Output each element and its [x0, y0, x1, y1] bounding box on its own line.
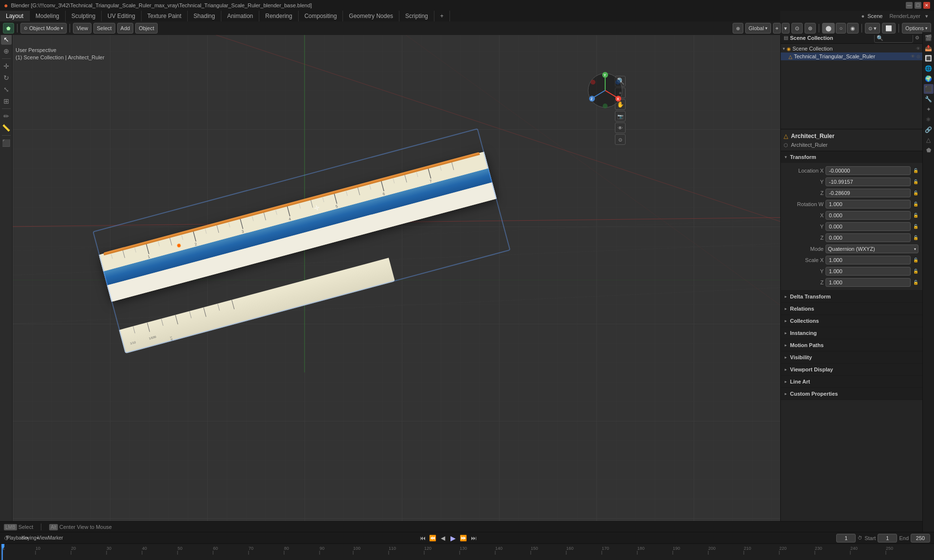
tab-layout[interactable]: Layout — [0, 11, 30, 21]
transform-tool[interactable]: ⊞ — [1, 96, 12, 106]
end-frame-display[interactable]: 250 — [911, 534, 930, 542]
rotation-z-lock[interactable]: 🔓 — [913, 235, 918, 241]
scene-collection-eye[interactable]: 👁 — [916, 46, 920, 51]
tab-uv-editing[interactable]: UV Editing — [102, 11, 142, 21]
ruler-object-item[interactable]: △ Technical_Triangular_Scale_Ruler 👁 ◎ — [781, 52, 922, 60]
rotation-z-value[interactable]: 0.000 — [826, 233, 911, 242]
transform-pivot-btn[interactable]: ⊕ — [733, 23, 743, 34]
location-z-lock[interactable]: 🔓 — [913, 190, 918, 196]
proportional-edit-btn[interactable]: ⊙ — [791, 23, 803, 34]
snap-toggle-btn[interactable]: ⌖ — [773, 23, 781, 34]
delta-transform-header[interactable]: Delta Transform — [781, 291, 922, 302]
scale-tool[interactable]: ⤡ — [1, 84, 12, 95]
rotation-x-value[interactable]: 0.000 — [826, 211, 911, 220]
viewport-display-header[interactable]: Viewport Display — [781, 364, 922, 375]
visibility-header[interactable]: Visibility — [781, 351, 922, 363]
add-cube-tool[interactable]: ⬛ — [1, 138, 12, 148]
xray-btn[interactable]: ⬜ — [882, 23, 896, 34]
scale-z-value[interactable]: 1.000 — [826, 278, 911, 287]
tab-modeling[interactable]: Modeling — [30, 11, 66, 21]
maximize-button[interactable]: ☐ — [915, 2, 921, 9]
show-gizmo-btn[interactable]: ⊛ — [805, 23, 816, 34]
select-menu-btn[interactable]: Select — [93, 23, 115, 34]
transform-orientation-btn[interactable]: Global ▾ — [745, 23, 772, 34]
tab-geometry-nodes[interactable]: Geometry Nodes — [343, 11, 399, 21]
scale-y-value[interactable]: 1.000 — [826, 267, 911, 276]
scale-x-lock[interactable]: 🔓 — [913, 257, 918, 263]
mode-dropdown-btn[interactable]: ⊙ Object Mode ▾ — [20, 23, 67, 34]
outliner-filter-icon[interactable]: ⚙ — [915, 35, 919, 40]
ruler-object-render[interactable]: ◎ — [916, 54, 920, 59]
keying-btn[interactable]: Keying ▾ — [26, 534, 35, 542]
playback-menu-btn[interactable]: Playback ▾ — [13, 534, 22, 542]
scene-collection-item[interactable]: ▾ ◉ Scene Collection 👁 — [781, 45, 922, 52]
props-world-btn[interactable]: 🌍 — [924, 74, 934, 84]
vp-tool-6[interactable]: ⊙ — [615, 134, 626, 145]
tab-animation[interactable]: Animation — [221, 11, 259, 21]
tab-scripting[interactable]: Scripting — [399, 11, 434, 21]
rotation-y-value[interactable]: 0.000 — [826, 222, 911, 231]
viewport[interactable]: 1 2 3 4 5 6 7 — [13, 32, 780, 532]
tab-sculpting[interactable]: Sculpting — [66, 11, 102, 21]
location-y-value[interactable]: -10.99157 — [826, 177, 911, 186]
props-physics-btn[interactable]: ⚛ — [924, 115, 934, 124]
tab-rendering[interactable]: Rendering — [259, 11, 298, 21]
rotate-tool[interactable]: ↻ — [1, 72, 12, 83]
viewport-shading-solid[interactable]: ⬤ — [822, 23, 835, 34]
jump-start-btn[interactable]: ⏮ — [418, 534, 427, 542]
props-output-btn[interactable]: 📤 — [924, 43, 934, 53]
viewport-shading-material[interactable]: ○ — [836, 23, 846, 34]
marker-btn[interactable]: Marker — [51, 534, 60, 542]
rotation-y-lock[interactable]: 🔓 — [913, 224, 918, 229]
relations-header[interactable]: Relations — [781, 303, 922, 315]
select-info[interactable]: LMB Select — [4, 524, 33, 530]
tab-add[interactable]: + — [434, 11, 450, 21]
props-constraints-btn[interactable]: 🔗 — [924, 125, 934, 135]
viewport-shading-rendered[interactable]: ◉ — [847, 23, 859, 34]
collections-header[interactable]: Collections — [781, 315, 922, 327]
line-art-header[interactable]: Line Art — [781, 376, 922, 387]
visibility-btn[interactable]: 👁 — [615, 122, 626, 133]
jump-end-btn[interactable]: ⏭ — [469, 534, 478, 542]
props-object-btn[interactable]: ⬛ — [924, 84, 934, 94]
rotation-mode-dropdown[interactable]: Quaternion (WXYZ) ▾ — [826, 245, 918, 253]
blender-icon-btn[interactable]: ⬟ — [3, 23, 14, 34]
location-z-value[interactable]: -0.28609 — [826, 189, 911, 197]
scale-x-value[interactable]: 1.000 — [826, 256, 911, 264]
start-frame-display[interactable]: 1 — [878, 534, 897, 542]
props-scene-btn[interactable]: 🌐 — [924, 64, 934, 73]
props-particles-btn[interactable]: ✦ — [924, 105, 934, 114]
rotation-w-lock[interactable]: 🔓 — [913, 201, 918, 207]
motion-paths-header[interactable]: Motion Paths — [781, 339, 922, 351]
tab-shading[interactable]: Shading — [188, 11, 221, 21]
current-frame-display[interactable]: 1 — [836, 534, 856, 542]
snap-options-btn[interactable]: ▾ — [782, 23, 790, 34]
timeline-body[interactable]: 1 10 20 30 40 50 60 70 80 90 1 — [0, 544, 934, 560]
ruler-object-eye[interactable]: 👁 — [911, 54, 915, 59]
transform-section-header[interactable]: Transform — [781, 151, 922, 163]
scale-y-lock[interactable]: 🔓 — [913, 268, 918, 274]
overlays-btn[interactable]: ⊙ ▾ — [865, 23, 880, 34]
location-y-lock[interactable]: 🔓 — [913, 179, 918, 185]
play-btn[interactable]: ▶ — [449, 534, 458, 542]
props-data-btn[interactable]: △ — [924, 135, 934, 145]
location-x-value[interactable]: -0.00000 — [826, 166, 911, 175]
tab-texture-paint[interactable]: Texture Paint — [142, 11, 188, 21]
camera-btn[interactable]: 📷 — [615, 111, 626, 122]
location-x-lock[interactable]: 🔓 — [913, 168, 918, 174]
props-render-btn[interactable]: 🎬 — [924, 33, 934, 43]
step-fwd-btn[interactable]: ⏩ — [459, 534, 468, 542]
rotation-x-lock[interactable]: 🔓 — [913, 212, 918, 218]
props-view-layer-btn[interactable]: 🔳 — [924, 53, 934, 63]
add-menu-btn[interactable]: Add — [117, 23, 134, 34]
object-menu-btn[interactable]: Object — [135, 23, 158, 34]
annotate-tool[interactable]: ✏ — [1, 111, 12, 122]
props-material-btn[interactable]: ⬟ — [924, 145, 934, 155]
close-button[interactable]: ✕ — [923, 2, 930, 9]
custom-properties-header[interactable]: Custom Properties — [781, 388, 922, 400]
move-tool[interactable]: ✛ — [1, 61, 12, 71]
view-menu-btn[interactable]: View — [73, 23, 91, 34]
select-tool[interactable]: ↖ — [1, 34, 12, 45]
props-modifiers-btn[interactable]: 🔧 — [924, 94, 934, 104]
cursor-tool[interactable]: ⊕ — [1, 46, 12, 56]
